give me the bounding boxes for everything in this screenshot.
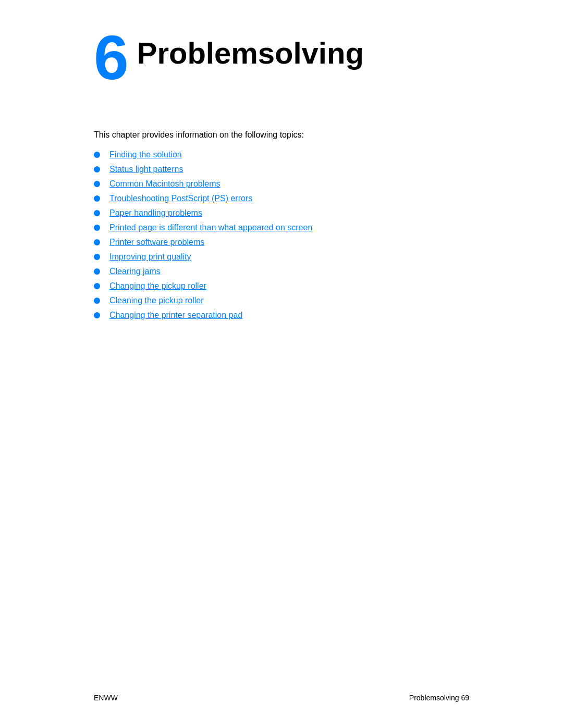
bullet-icon [94, 254, 100, 260]
toc-item: Paper handling problems [94, 208, 469, 218]
toc-list: Finding the solutionStatus light pattern… [94, 150, 469, 320]
bullet-icon [94, 239, 100, 245]
footer-left: ENWW [94, 694, 118, 702]
chapter-number: 6 [94, 26, 129, 89]
bullet-icon [94, 268, 100, 275]
toc-link-4[interactable]: Paper handling problems [109, 208, 202, 218]
bullet-icon [94, 225, 100, 231]
footer-right: Problemsolving 69 [409, 694, 469, 702]
toc-link-9[interactable]: Changing the pickup roller [109, 281, 206, 291]
chapter-header: 6 Problemsolving [94, 31, 469, 89]
toc-item: Cleaning the pickup roller [94, 296, 469, 305]
bullet-icon [94, 283, 100, 289]
bullet-icon [94, 166, 100, 172]
toc-item: Clearing jams [94, 267, 469, 276]
bullet-icon [94, 312, 100, 318]
toc-link-1[interactable]: Status light patterns [109, 165, 183, 174]
toc-item: Finding the solution [94, 150, 469, 159]
bullet-icon [94, 195, 100, 202]
bullet-icon [94, 181, 100, 187]
bullet-icon [94, 210, 100, 216]
chapter-title: Problemsolving [137, 31, 364, 70]
toc-link-3[interactable]: Troubleshooting PostScript (PS) errors [109, 194, 252, 203]
toc-link-10[interactable]: Cleaning the pickup roller [109, 296, 204, 305]
footer: ENWW Problemsolving 69 [94, 694, 469, 702]
toc-item: Changing the printer separation pad [94, 311, 469, 320]
toc-link-2[interactable]: Common Macintosh problems [109, 179, 221, 189]
toc-item: Changing the pickup roller [94, 281, 469, 291]
toc-item: Printed page is different than what appe… [94, 223, 469, 232]
bullet-icon [94, 152, 100, 158]
toc-item: Printer software problems [94, 238, 469, 247]
toc-link-6[interactable]: Printer software problems [109, 238, 204, 247]
bullet-icon [94, 298, 100, 304]
toc-item: Common Macintosh problems [94, 179, 469, 189]
toc-link-8[interactable]: Clearing jams [109, 267, 161, 276]
toc-link-7[interactable]: Improving print quality [109, 252, 191, 262]
toc-item: Troubleshooting PostScript (PS) errors [94, 194, 469, 203]
page: 6 Problemsolving This chapter provides i… [0, 0, 563, 728]
toc-link-5[interactable]: Printed page is different than what appe… [109, 223, 312, 232]
toc-item: Improving print quality [94, 252, 469, 262]
toc-link-11[interactable]: Changing the printer separation pad [109, 311, 242, 320]
intro-text: This chapter provides information on the… [94, 130, 469, 140]
toc-item: Status light patterns [94, 165, 469, 174]
toc-link-0[interactable]: Finding the solution [109, 150, 182, 159]
